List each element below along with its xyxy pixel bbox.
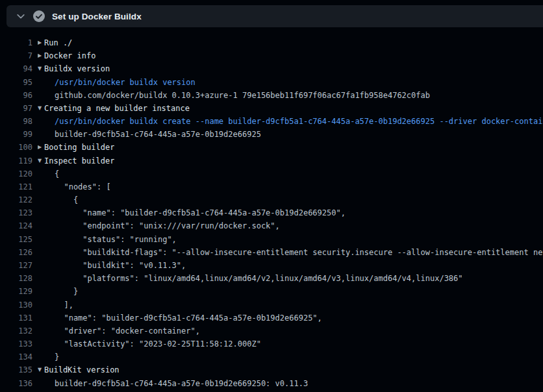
line-content: ▶Run ./ [38, 38, 72, 47]
line-content: "platforms": "linux/amd64,linux/amd64/v2… [55, 274, 463, 283]
line-content: "lastActivity": "2023-02-25T11:58:12.000… [55, 339, 261, 349]
line-number[interactable]: 129 [0, 287, 32, 296]
line-number[interactable]: 131 [0, 313, 32, 323]
group-title: Inspect builder [44, 156, 114, 165]
triangle-down-icon[interactable]: ▼ [38, 66, 44, 71]
line-content: builder-d9cfb5a1-c764-445a-a57e-0b19d2e6… [55, 130, 261, 139]
line-content: "buildkitd-flags": "--allow-insecure-ent… [55, 248, 543, 257]
line-content: ▶Docker info [38, 51, 95, 60]
output-text: "name": "builder-d9cfb5a1-c764-445a-a57e… [55, 313, 322, 323]
log-group-line[interactable]: 97▼Creating a new builder instance [0, 102, 543, 115]
output-text: { [55, 195, 78, 204]
line-number[interactable]: 134 [0, 352, 32, 361]
line-number[interactable]: 97 [0, 104, 32, 113]
log-line: 127 "buildkit": "v0.11.3", [0, 259, 543, 272]
output-text: ], [55, 300, 73, 310]
line-number[interactable]: 127 [0, 261, 32, 270]
group-title: BuildKit version [44, 365, 120, 374]
line-content: "driver": "docker-container", [55, 326, 200, 336]
log-line: 125 "status": "running", [0, 233, 543, 246]
output-text: "nodes": [ [55, 182, 111, 191]
output-text: } [55, 287, 78, 296]
line-content: ▼BuildKit version [38, 365, 120, 374]
output-text: "platforms": "linux/amd64,linux/amd64/v2… [55, 274, 463, 283]
log-line: 120{ [0, 167, 543, 180]
triangle-down-icon[interactable]: ▼ [38, 367, 44, 373]
output-text: } [55, 352, 59, 361]
line-number[interactable]: 124 [0, 221, 32, 230]
line-number[interactable]: 128 [0, 274, 32, 283]
group-title: Buildx version [44, 64, 110, 73]
output-text: builder-d9cfb5a1-c764-445a-a57e-0b19d2e6… [55, 130, 261, 139]
output-text: "buildkitd-flags": "--allow-insecure-ent… [55, 248, 543, 257]
line-number[interactable]: 94 [0, 64, 32, 73]
line-content: builder-d9cfb5a1-c764-445a-a57e-0b19d2e6… [55, 379, 308, 388]
group-title: Run ./ [44, 38, 72, 47]
triangle-down-icon[interactable]: ▼ [38, 158, 44, 164]
log-line: 96github.com/docker/buildx 0.10.3+azure-… [0, 89, 543, 102]
log-line: 136builder-d9cfb5a1-c764-445a-a57e-0b19d… [0, 376, 543, 389]
output-text: "status": "running", [55, 235, 177, 244]
command-text: /usr/bin/docker buildx create --name bui… [55, 117, 543, 126]
group-title: Creating a new builder instance [44, 104, 190, 113]
output-text: "lastActivity": "2023-02-25T11:58:12.000… [55, 339, 261, 349]
output-text: { [55, 169, 59, 178]
line-content: "buildkit": "v0.11.3", [55, 261, 186, 270]
line-number[interactable]: 136 [0, 379, 32, 388]
line-number[interactable]: 132 [0, 326, 32, 336]
line-number[interactable]: 99 [0, 130, 32, 139]
log-line: 128 "platforms": "linux/amd64,linux/amd6… [0, 272, 543, 285]
line-number[interactable]: 122 [0, 195, 32, 204]
log-group-line[interactable]: 94▼Buildx version [0, 62, 543, 75]
log-group-line[interactable]: 1▶Run ./ [0, 36, 543, 49]
line-number[interactable]: 1 [0, 38, 32, 47]
line-content: { [55, 195, 78, 204]
line-content: "endpoint": "unix:///var/run/docker.sock… [55, 221, 280, 230]
line-number[interactable]: 119 [0, 156, 32, 165]
line-content: } [55, 287, 78, 296]
line-content: "name": "builder-d9cfb5a1-c764-445a-a57e… [55, 313, 322, 323]
log-group-line[interactable]: 135▼BuildKit version [0, 363, 543, 376]
triangle-right-icon[interactable]: ▶ [38, 40, 44, 45]
line-content: ▶Booting builder [38, 143, 114, 152]
actions-log-viewer: Set up Docker Buildx 1▶Run ./7▶Docker in… [0, 0, 543, 392]
line-number[interactable]: 133 [0, 339, 32, 349]
line-content: /usr/bin/docker buildx version [55, 78, 196, 87]
log-group-line[interactable]: 119▼Inspect builder [0, 154, 543, 167]
line-number[interactable]: 121 [0, 182, 32, 191]
log-group-line[interactable]: 100▶Booting builder [0, 141, 543, 154]
line-number[interactable]: 96 [0, 91, 32, 100]
line-number[interactable]: 7 [0, 51, 32, 60]
line-number[interactable]: 126 [0, 248, 32, 257]
output-text: builder-d9cfb5a1-c764-445a-a57e-0b19d2e6… [55, 379, 308, 388]
output-text: "driver": "docker-container", [55, 326, 200, 336]
group-title: Docker info [44, 51, 95, 60]
log-lines: 1▶Run ./7▶Docker info94▼Buildx version95… [0, 36, 543, 390]
log-line: 124 "endpoint": "unix:///var/run/docker.… [0, 219, 543, 232]
line-number[interactable]: 135 [0, 365, 32, 374]
line-number[interactable]: 98 [0, 117, 32, 126]
output-text: github.com/docker/buildx 0.10.3+azure-1 … [55, 91, 430, 100]
output-text: "name": "builder-d9cfb5a1-c764-445a-a57e… [55, 208, 346, 217]
check-circle-icon [33, 10, 45, 22]
triangle-down-icon[interactable]: ▼ [38, 106, 44, 111]
line-content: "name": "builder-d9cfb5a1-c764-445a-a57e… [55, 208, 346, 217]
chevron-down-icon[interactable] [16, 12, 25, 21]
triangle-right-icon[interactable]: ▶ [38, 145, 44, 150]
log-line: 126 "buildkitd-flags": "--allow-insecure… [0, 246, 543, 259]
log-line: 134} [0, 350, 543, 363]
line-number[interactable]: 123 [0, 208, 32, 217]
line-number[interactable]: 130 [0, 300, 32, 310]
output-text: "buildkit": "v0.11.3", [55, 261, 186, 270]
step-header-set-up-docker-buildx[interactable]: Set up Docker Buildx [6, 5, 543, 27]
line-number[interactable]: 120 [0, 169, 32, 178]
group-title: Booting builder [44, 143, 114, 152]
log-group-line[interactable]: 7▶Docker info [0, 49, 543, 62]
line-number[interactable]: 100 [0, 143, 32, 152]
log-line: 130 ], [0, 298, 543, 311]
line-content: /usr/bin/docker buildx create --name bui… [55, 117, 543, 126]
line-number[interactable]: 125 [0, 235, 32, 244]
triangle-right-icon[interactable]: ▶ [38, 53, 44, 58]
line-number[interactable]: 95 [0, 78, 32, 87]
line-content: "status": "running", [55, 235, 177, 244]
